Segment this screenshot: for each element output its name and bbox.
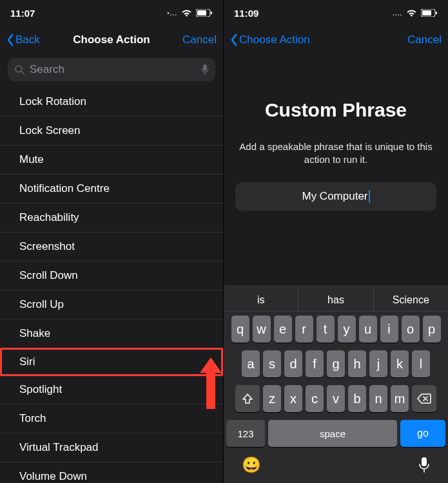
cancel-button[interactable]: Cancel — [407, 33, 442, 46]
key-u[interactable]: u — [359, 316, 377, 343]
back-button[interactable]: Back — [6, 33, 40, 46]
action-row-notification-centre[interactable]: Notification Centre — [0, 175, 223, 204]
key-f[interactable]: f — [306, 350, 324, 377]
suggestion-bar: is has Science — [224, 289, 448, 312]
text-caret — [369, 190, 370, 203]
key-row-3: zxcvbnm — [224, 381, 448, 416]
action-row-mute[interactable]: Mute — [0, 146, 223, 175]
numbers-key[interactable]: 123 — [226, 420, 265, 447]
dictation-key[interactable] — [418, 457, 430, 473]
action-row-reachability[interactable]: Reachability — [0, 204, 223, 232]
page-subtitle: Add a speakable phrase that is unique to… — [235, 140, 436, 167]
action-row-volume-down[interactable]: Volume Down — [0, 462, 223, 483]
action-row-torch[interactable]: Torch — [0, 404, 223, 433]
key-x[interactable]: x — [284, 385, 302, 412]
svg-line-4 — [21, 71, 24, 74]
key-s[interactable]: s — [263, 350, 281, 377]
action-row-virtual-trackpad[interactable]: Virtual Trackpad — [0, 433, 223, 462]
key-k[interactable]: k — [391, 350, 409, 377]
keyboard-footer: 😀 — [224, 452, 448, 483]
action-row-lock-rotation[interactable]: Lock Rotation — [0, 88, 223, 117]
key-z[interactable]: z — [263, 385, 281, 412]
key-row-1: qwertyuiop — [224, 312, 448, 346]
key-row-bottom: 123 space go — [224, 416, 448, 452]
nav-bar: Back Choose Action Cancel — [0, 26, 223, 54]
delete-key[interactable] — [412, 385, 436, 412]
action-row-lock-screen[interactable]: Lock Screen — [0, 117, 223, 146]
key-r[interactable]: r — [295, 316, 313, 343]
suggestion[interactable]: Science — [373, 289, 448, 311]
key-o[interactable]: o — [402, 316, 420, 343]
status-icons: •... — [167, 9, 213, 17]
status-icons: .... — [393, 9, 438, 17]
back-label: Choose Action — [239, 33, 310, 46]
key-b[interactable]: b — [348, 385, 366, 412]
back-button[interactable]: Choose Action — [230, 33, 310, 46]
mic-icon[interactable] — [201, 64, 209, 75]
key-row-3-letters: zxcvbnm — [263, 385, 409, 412]
key-j[interactable]: j — [369, 350, 387, 377]
svg-rect-5 — [203, 64, 207, 71]
screenshot-choose-action: 11:07 •... Back Choose Action Cancel Sea… — [0, 0, 224, 483]
svg-rect-9 — [422, 457, 427, 466]
go-key[interactable]: go — [400, 420, 445, 447]
chevron-left-icon — [6, 33, 14, 46]
status-bar: 11:09 .... — [224, 0, 448, 26]
key-q[interactable]: q — [231, 316, 249, 343]
chevron-left-icon — [230, 33, 238, 46]
key-a[interactable]: a — [242, 350, 260, 377]
status-time: 11:07 — [10, 8, 35, 19]
action-row-siri[interactable]: Siri — [0, 348, 223, 376]
backspace-icon — [417, 393, 431, 404]
action-row-spotlight[interactable]: Spotlight — [0, 375, 223, 404]
svg-rect-1 — [197, 10, 206, 15]
key-w[interactable]: w — [253, 316, 271, 343]
mic-icon — [418, 457, 430, 473]
custom-phrase-panel: Custom Phrase Add a speakable phrase tha… — [224, 54, 448, 211]
key-g[interactable]: g — [327, 350, 345, 377]
battery-icon — [421, 9, 438, 17]
screenshot-custom-phrase: 11:09 .... Choose Action Cancel Custom P… — [224, 0, 448, 483]
key-m[interactable]: m — [391, 385, 409, 412]
action-row-screenshot[interactable]: Screenshot — [0, 232, 223, 261]
action-row-shake[interactable]: Shake — [0, 319, 223, 348]
key-v[interactable]: v — [327, 385, 345, 412]
nav-bar: Choose Action Cancel — [224, 26, 448, 54]
action-list[interactable]: Lock RotationLock ScreenMuteNotification… — [0, 88, 223, 483]
key-t[interactable]: t — [317, 316, 335, 343]
status-bar: 11:07 •... — [0, 0, 223, 26]
search-icon — [14, 64, 24, 75]
battery-icon — [196, 9, 213, 17]
key-c[interactable]: c — [306, 385, 324, 412]
cancel-button[interactable]: Cancel — [182, 33, 217, 46]
shift-icon — [242, 393, 253, 404]
cellular-icon: .... — [393, 10, 402, 17]
key-i[interactable]: i — [380, 316, 398, 343]
phrase-input[interactable]: My Computer — [235, 182, 436, 211]
back-label: Back — [15, 33, 40, 46]
key-l[interactable]: l — [412, 350, 430, 377]
key-e[interactable]: e — [274, 316, 292, 343]
action-row-scroll-up[interactable]: Scroll Up — [0, 290, 223, 319]
key-y[interactable]: y — [338, 316, 356, 343]
wifi-icon — [181, 9, 192, 17]
action-row-scroll-down[interactable]: Scroll Down — [0, 261, 223, 290]
suggestion[interactable]: has — [298, 289, 373, 311]
shift-key[interactable] — [235, 385, 260, 412]
space-key[interactable]: space — [268, 420, 397, 447]
key-d[interactable]: d — [284, 350, 302, 377]
svg-rect-8 — [436, 12, 437, 14]
search-field[interactable]: Search — [8, 58, 215, 81]
key-n[interactable]: n — [369, 385, 387, 412]
svg-rect-2 — [211, 12, 212, 14]
key-h[interactable]: h — [348, 350, 366, 377]
key-row-2: asdfghjkl — [224, 346, 448, 381]
search-placeholder: Search — [30, 63, 196, 76]
phrase-input-value: My Computer — [302, 190, 367, 203]
status-time: 11:09 — [234, 8, 258, 19]
cellular-icon: •... — [167, 10, 177, 17]
emoji-key[interactable]: 😀 — [242, 456, 261, 474]
page-title: Custom Phrase — [235, 99, 436, 121]
key-p[interactable]: p — [423, 316, 441, 343]
suggestion[interactable]: is — [224, 289, 298, 311]
